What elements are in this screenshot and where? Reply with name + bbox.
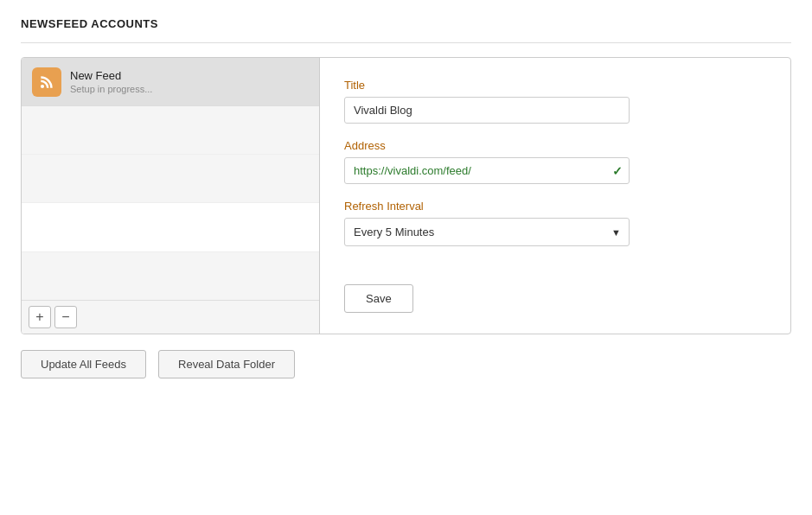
update-all-feeds-button[interactable]: Update All Feeds — [21, 350, 146, 378]
address-label: Address — [344, 139, 766, 152]
refresh-field-group: Refresh Interval Every 5 Minutes Every 1… — [344, 200, 766, 246]
feed-detail-panel: Title Address ✓ Refresh Interval Every 5… — [320, 58, 790, 334]
title-field-group: Title — [344, 79, 766, 124]
svg-point-0 — [41, 84, 44, 87]
refresh-select-wrapper: Every 5 Minutes Every 15 Minutes Every 3… — [344, 218, 630, 246]
rss-icon — [38, 73, 55, 91]
feed-empty-slot-2 — [22, 155, 319, 203]
feed-list: New Feed Setup in progress... + − — [22, 58, 320, 334]
refresh-label: Refresh Interval — [344, 200, 766, 213]
address-wrapper: ✓ — [344, 157, 630, 184]
section-divider — [21, 42, 791, 43]
save-button[interactable]: Save — [344, 284, 413, 313]
feed-item[interactable]: New Feed Setup in progress... — [22, 58, 319, 106]
bottom-actions-bar: Update All Feeds Reveal Data Folder — [21, 347, 791, 382]
feed-actions-bar: + − — [22, 300, 319, 334]
page-title: NEWSFEED ACCOUNTS — [21, 17, 791, 30]
feed-name: New Feed — [70, 69, 152, 82]
remove-feed-button[interactable]: − — [54, 306, 77, 328]
feed-info: New Feed Setup in progress... — [70, 69, 152, 94]
main-panel: New Feed Setup in progress... + − Title … — [21, 57, 791, 334]
address-input[interactable] — [344, 157, 630, 184]
add-feed-button[interactable]: + — [29, 306, 51, 328]
feed-status: Setup in progress... — [70, 84, 152, 94]
title-input[interactable] — [344, 97, 630, 124]
feed-icon-wrapper — [32, 67, 61, 97]
feed-list-spacer — [22, 203, 319, 251]
address-field-group: Address ✓ — [344, 139, 766, 184]
reveal-data-folder-button[interactable]: Reveal Data Folder — [158, 350, 295, 378]
feed-empty-slot-3 — [22, 251, 319, 300]
address-valid-icon: ✓ — [612, 164, 623, 178]
feed-empty-slot-1 — [22, 106, 319, 155]
refresh-select[interactable]: Every 5 Minutes Every 15 Minutes Every 3… — [344, 218, 630, 246]
save-section: Save — [344, 284, 766, 313]
title-label: Title — [344, 79, 766, 92]
